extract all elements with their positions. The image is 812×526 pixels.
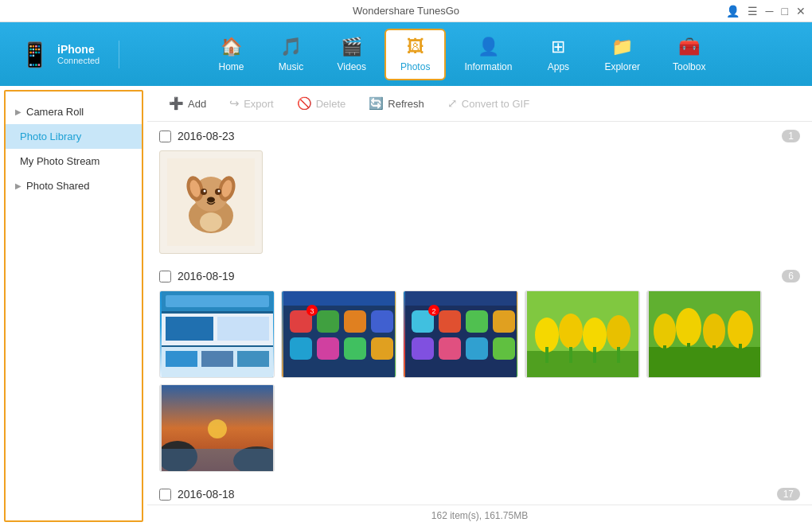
svg-point-59 xyxy=(654,314,676,349)
svg-rect-31 xyxy=(344,337,366,360)
photo-thumb-tulips2[interactable] xyxy=(646,290,762,378)
sunset-svg xyxy=(162,385,273,471)
svg-text:3: 3 xyxy=(310,307,314,315)
maximize-icon[interactable]: □ xyxy=(782,5,788,18)
dog-svg xyxy=(167,158,255,246)
nav-photos[interactable]: 🖼 Photos xyxy=(385,29,446,80)
screenshot1-svg xyxy=(162,291,273,377)
delete-button[interactable]: 🚫 Delete xyxy=(287,92,356,115)
videos-icon: 🎬 xyxy=(341,37,362,57)
svg-rect-40 xyxy=(493,310,515,333)
svg-rect-27 xyxy=(344,310,366,333)
photo-thumb-screenshot3[interactable]: 2 xyxy=(403,290,518,378)
svg-rect-29 xyxy=(290,337,312,360)
sidebar-item-photo-library[interactable]: Photo Library xyxy=(6,124,142,149)
svg-rect-55 xyxy=(593,347,596,363)
svg-rect-48 xyxy=(527,351,638,377)
svg-rect-43 xyxy=(466,337,488,360)
sidebar-item-my-photo-stream[interactable]: My Photo Stream xyxy=(6,149,142,173)
svg-rect-15 xyxy=(166,295,269,307)
photo-thumb-tulips[interactable] xyxy=(525,290,640,378)
close-icon[interactable]: ✕ xyxy=(796,5,806,18)
group-checkbox-2[interactable] xyxy=(159,271,171,282)
photos-label: Photos xyxy=(400,61,430,72)
music-icon: 🎵 xyxy=(280,37,302,57)
date-header-2: 2016-08-19 6 xyxy=(159,270,800,282)
nav-videos[interactable]: 🎬 Videos xyxy=(323,29,381,80)
photo-shared-label: Photo Shared xyxy=(26,180,90,192)
nav-home[interactable]: 🏠 Home xyxy=(204,29,260,80)
sidebar-item-photo-shared[interactable]: ▶ Photo Shared xyxy=(6,173,142,198)
device-status: Connected xyxy=(57,56,100,65)
refresh-button[interactable]: 🔄 Refresh xyxy=(359,92,434,115)
photo-thumb-dog[interactable] xyxy=(159,150,263,254)
refresh-label: Refresh xyxy=(388,98,424,110)
apps-label: Apps xyxy=(548,61,569,72)
nav-information[interactable]: 👤 Information xyxy=(450,29,526,80)
screenshot3-svg: 2 xyxy=(405,291,517,377)
photo-grid-2: 3 xyxy=(159,290,800,472)
svg-rect-32 xyxy=(371,337,393,360)
date-group-2016-08-23: 2016-08-23 1 xyxy=(159,130,800,254)
svg-rect-64 xyxy=(687,343,690,363)
sidebar-item-camera-roll[interactable]: ▶ Camera Roll xyxy=(6,99,142,124)
svg-rect-42 xyxy=(439,337,461,360)
status-bar: 162 item(s), 161.75MB xyxy=(147,505,812,526)
device-text: iPhone Connected xyxy=(57,43,100,65)
device-name: iPhone xyxy=(57,43,100,56)
gif-icon: ⤢ xyxy=(447,96,458,111)
photo-thumb-sunset[interactable] xyxy=(159,384,275,472)
svg-rect-56 xyxy=(617,347,620,363)
date-count-2: 6 xyxy=(782,270,800,282)
svg-rect-17 xyxy=(166,317,213,341)
photo-area[interactable]: 2016-08-23 1 xyxy=(147,122,812,505)
minimize-icon[interactable]: ─ xyxy=(766,5,774,18)
nav-apps[interactable]: ⊞ Apps xyxy=(530,29,586,80)
device-info: 📱 iPhone Connected xyxy=(8,41,119,68)
svg-rect-71 xyxy=(162,449,273,471)
svg-rect-63 xyxy=(663,345,666,363)
user-icon[interactable]: 👤 xyxy=(726,5,740,18)
date-count-3: 17 xyxy=(777,488,800,501)
arrow-icon: ▶ xyxy=(15,181,21,190)
add-label: Add xyxy=(188,98,206,110)
nav-items: 🏠 Home 🎵 Music 🎬 Videos 🖼 Photos 👤 Infor… xyxy=(119,29,804,80)
date-group-2016-08-19: 2016-08-19 6 xyxy=(159,270,800,472)
svg-point-10 xyxy=(218,190,221,193)
svg-rect-38 xyxy=(439,310,461,333)
svg-rect-66 xyxy=(739,344,742,363)
export-icon: ↪ xyxy=(229,96,240,111)
svg-point-52 xyxy=(607,315,630,350)
information-icon: 👤 xyxy=(478,37,499,57)
home-icon: 🏠 xyxy=(221,37,242,57)
photo-thumb-screenshot1[interactable] xyxy=(159,290,275,378)
toolbar: ➕ Add ↪ Export 🚫 Delete 🔄 Refresh ⤢ xyxy=(147,86,812,122)
svg-rect-39 xyxy=(466,310,488,333)
group-checkbox-3[interactable] xyxy=(159,489,171,501)
nav-explorer[interactable]: 📁 Explorer xyxy=(590,29,654,80)
nav-music[interactable]: 🎵 Music xyxy=(264,29,319,80)
svg-rect-41 xyxy=(412,337,434,360)
tulips2-svg xyxy=(649,291,760,377)
svg-rect-44 xyxy=(493,337,515,360)
app-title: Wondershare TunesGo xyxy=(353,5,459,17)
refresh-icon: 🔄 xyxy=(369,96,384,111)
svg-rect-24 xyxy=(283,291,395,306)
photo-thumb-screenshot2[interactable]: 3 xyxy=(281,290,396,378)
my-photo-stream-label: My Photo Stream xyxy=(20,155,100,167)
menu-icon[interactable]: ☰ xyxy=(748,5,758,18)
delete-label: Delete xyxy=(316,98,346,110)
iphone-icon: 📱 xyxy=(20,41,49,68)
date-count-1: 1 xyxy=(782,130,800,142)
convert-to-gif-button[interactable]: ⤢ Convert to GIF xyxy=(438,92,539,115)
export-button[interactable]: ↪ Export xyxy=(220,92,283,115)
nav-toolbox[interactable]: 🧰 Toolbox xyxy=(658,29,720,80)
group-checkbox-1[interactable] xyxy=(159,131,171,142)
main-panel: ➕ Add ↪ Export 🚫 Delete 🔄 Refresh ⤢ xyxy=(147,86,812,526)
svg-point-60 xyxy=(676,308,701,346)
convert-to-gif-label: Convert to GIF xyxy=(462,98,529,110)
svg-text:2: 2 xyxy=(431,307,435,315)
add-button[interactable]: ➕ Add xyxy=(159,92,216,115)
svg-point-70 xyxy=(208,419,227,438)
arrow-icon: ▶ xyxy=(15,107,21,116)
